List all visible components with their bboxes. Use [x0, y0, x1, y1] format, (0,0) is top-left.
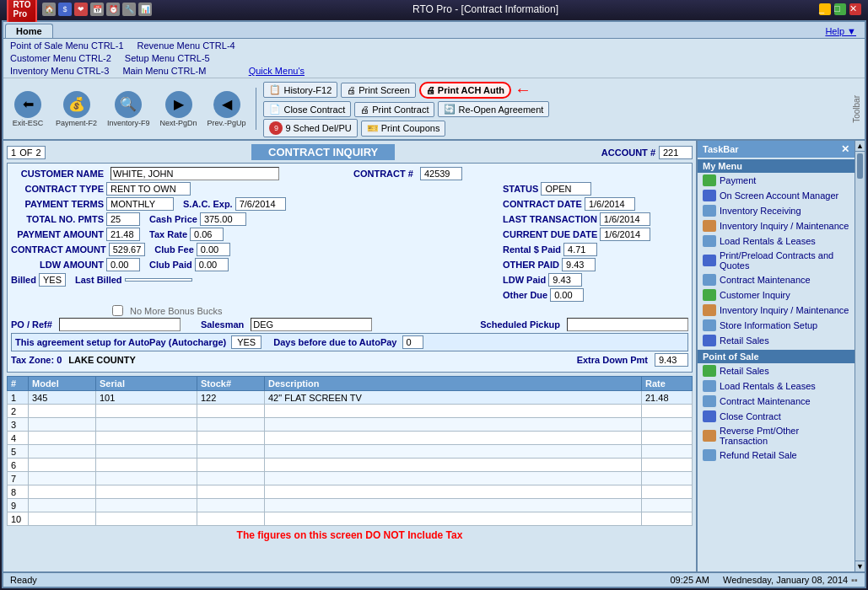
cell-model: [29, 472, 96, 485]
window-title: RTO Pro - [Contract Information]: [152, 3, 819, 15]
cell-num: 5: [8, 445, 29, 459]
menu-inventory[interactable]: Inventory Menu CTRL-3: [7, 65, 112, 77]
menu-quick-menus[interactable]: Quick Menu's: [245, 65, 308, 77]
help-menu[interactable]: Help ▼: [818, 24, 863, 38]
toolbar-icon-4[interactable]: 📅: [90, 3, 104, 16]
po-ref-input[interactable]: [59, 318, 181, 331]
taskbar-on-screen-account[interactable]: On Screen Account Manager: [698, 188, 855, 203]
cell-serial: 101: [96, 391, 197, 405]
taskbar-refund-retail[interactable]: Refund Retail Sale: [698, 448, 855, 463]
no-more-bonus-checkbox[interactable]: [112, 305, 123, 316]
print-ach-auth-button[interactable]: 🖨 Print ACH Auth: [419, 82, 511, 99]
taskbar-inventory-receiving[interactable]: Inventory Receiving: [698, 203, 855, 218]
tab-home[interactable]: Home: [5, 24, 53, 38]
taskbar-close-button[interactable]: ✕: [841, 143, 849, 155]
print-screen-button[interactable]: 🖨 Print Screen: [341, 83, 416, 98]
taskbar-load-rentals-2[interactable]: Load Rentals & Leases: [698, 378, 855, 394]
taskbar-inventory-inquiry-1[interactable]: Inventory Inquiry / Maintenance: [698, 218, 855, 233]
status-text: Ready: [10, 575, 671, 585]
rental-paid-value: 4.71: [563, 243, 597, 256]
date-display: Wednesday, January 08, 2014: [723, 575, 848, 585]
cell-stock: [197, 432, 265, 445]
taskbar-contract-maintenance-2[interactable]: Contract Maintenance: [698, 394, 855, 409]
next-button[interactable]: ▶ Next-PgDn: [157, 89, 201, 129]
refund-retail-icon: [703, 449, 716, 461]
taskbar-load-rentals-1[interactable]: Load Rentals & Leases: [698, 233, 855, 249]
taskbar-customer-inquiry[interactable]: Customer Inquiry: [698, 287, 855, 303]
prev-button[interactable]: ◀ Prev.-PgUp: [204, 89, 250, 129]
other-paid-row: OTHER PAID 9.43: [503, 258, 688, 271]
maximize-button[interactable]: □: [834, 3, 846, 15]
taskbar-retail-sales-1[interactable]: Retail Sales: [698, 333, 855, 348]
scrollbar-down-button[interactable]: ▼: [855, 560, 865, 571]
cell-description: [265, 512, 642, 526]
toolbar-icon-1[interactable]: 🏠: [42, 3, 56, 16]
menu-point-of-sale[interactable]: Point of Sale Menu CTRL-1: [7, 40, 127, 51]
content-area: 1 OF 2 CONTRACT INQUIRY ACCOUNT # 221 CU…: [3, 141, 865, 571]
current-due-label: CURRENT DUE DATE: [503, 229, 597, 239]
autopay-row: This agreement setup for AutoPay (Autoch…: [11, 333, 688, 351]
salesman-input[interactable]: [251, 318, 372, 331]
salesman-label: Salesman: [201, 319, 244, 330]
app-logo: RTOPro: [7, 0, 37, 24]
cell-serial: [96, 472, 197, 485]
contract-amount-row: CONTRACT AMOUNT 529.67 Club Fee 0.00: [11, 243, 496, 256]
scheduled-pickup-input[interactable]: [567, 318, 688, 331]
autopay-days-label: Days before due to AutoPay: [273, 337, 396, 347]
cell-stock: [197, 472, 265, 485]
cell-rate: [642, 459, 693, 472]
cell-rate: [642, 418, 693, 432]
taskbar-close-contract[interactable]: Close Contract: [698, 409, 855, 424]
menu-revenue[interactable]: Revenue Menu CTRL-4: [134, 40, 239, 51]
taskbar-payment[interactable]: Payment: [698, 173, 855, 188]
payment-button[interactable]: 💰 Payment-F2: [52, 89, 100, 129]
scrollbar-thumb[interactable]: [857, 153, 863, 179]
toolbar-icon-5[interactable]: ⏰: [106, 3, 120, 16]
tax-rate-value: 0.06: [190, 228, 224, 241]
scrollbar-up-button[interactable]: ▲: [855, 141, 865, 152]
taskbar-contract-maintenance-1[interactable]: Contract Maintenance: [698, 272, 855, 287]
menu-customer[interactable]: Customer Menu CTRL-2: [7, 52, 115, 64]
page-total: 2: [35, 148, 40, 158]
cell-serial: [96, 512, 197, 526]
customer-name-label: CUSTOMER NAME: [11, 169, 104, 179]
taskbar-reverse-pmt[interactable]: Reverse Pmt/Other Transaction: [698, 424, 855, 448]
taskbar-print-preload[interactable]: Print/Preload Contracts and Quotes: [698, 249, 855, 272]
toolbar-icon-3[interactable]: ❤: [74, 3, 88, 16]
taskbar-store-info-setup[interactable]: Store Information Setup: [698, 318, 855, 333]
cell-model: [29, 418, 96, 432]
reopen-agreement-button[interactable]: 🔄 Re-Open Agreement: [438, 101, 549, 117]
point-of-sale-header: Point of Sale: [698, 350, 855, 363]
toolbar-icon-7[interactable]: 📊: [138, 3, 152, 16]
contract-type-row: CONTRACT TYPE RENT TO OWN: [11, 182, 496, 196]
sched-del-pu-button[interactable]: 9 9 Sched Del/PU: [263, 119, 357, 137]
account-value: 221: [659, 146, 693, 159]
sac-exp-label: S.A.C. Exp.: [183, 199, 233, 209]
menu-main[interactable]: Main Menu CTRL-M: [119, 65, 209, 77]
next-icon: ▶: [165, 91, 192, 118]
minimize-button[interactable]: _: [819, 3, 831, 15]
taskbar-scrollbar[interactable]: ▲ ▼: [855, 141, 865, 571]
customer-name-input[interactable]: [111, 167, 279, 180]
history-button[interactable]: 📋 History-F12: [263, 82, 337, 98]
main-content: 1 OF 2 CONTRACT INQUIRY ACCOUNT # 221 CU…: [3, 141, 696, 571]
toolbar-icon-2[interactable]: $: [58, 3, 72, 16]
toolbar-icon-6[interactable]: 🔧: [122, 3, 136, 16]
print-coupons-button[interactable]: 🎫 Print Coupons: [361, 121, 446, 137]
club-paid-label: Club Paid: [149, 260, 192, 270]
arrow-indicator: ←: [515, 80, 531, 99]
print-contract-button[interactable]: 🖨 Print Contract: [354, 102, 434, 117]
cell-num: 10: [8, 512, 29, 526]
close-button[interactable]: ✕: [849, 3, 861, 15]
prev-label: Prev.-PgUp: [208, 119, 246, 127]
inventory-button[interactable]: 🔍 Inventory-F9: [104, 89, 154, 129]
menu-setup[interactable]: Setup Menu CTRL-5: [121, 52, 213, 64]
prev-icon: ◀: [213, 91, 240, 118]
taskbar-retail-sales-2[interactable]: Retail Sales: [698, 363, 855, 378]
taskbar-inventory-inquiry-2[interactable]: Inventory Inquiry / Maintenance: [698, 303, 855, 318]
cell-serial: [96, 418, 197, 432]
footer-bar: Ready 09:25 AM Wednesday, January 08, 20…: [3, 571, 865, 587]
exit-button[interactable]: ⬅ Exit-ESC: [7, 89, 49, 129]
table-row: 9: [8, 499, 693, 512]
close-contract-button[interactable]: 📄 Close Contract: [263, 101, 351, 117]
